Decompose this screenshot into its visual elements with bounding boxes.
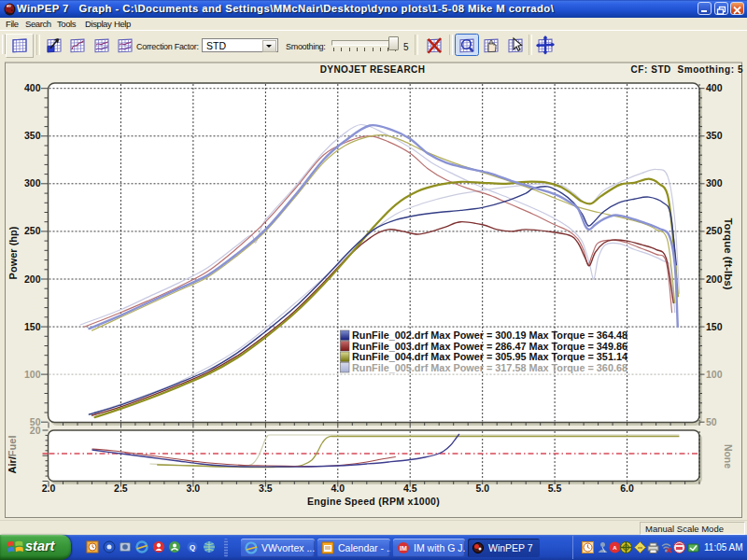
svg-text:150: 150 [706, 321, 723, 332]
svg-text:Q: Q [190, 543, 195, 552]
svg-text:250: 250 [706, 225, 723, 236]
svg-text:3.5: 3.5 [259, 483, 273, 494]
svg-text:5.5: 5.5 [548, 483, 562, 494]
svg-text:4.0: 4.0 [331, 483, 345, 494]
svg-text:150: 150 [24, 321, 41, 332]
svg-text:3.0: 3.0 [187, 483, 201, 494]
svg-text:Power (hp): Power (hp) [7, 226, 19, 279]
svg-text:CF: STD Smoothing: 5: CF: STD Smoothing: 5 [631, 64, 743, 75]
svg-text:IM: IM [400, 545, 407, 552]
svg-text:200: 200 [24, 273, 41, 285]
svg-text:200: 200 [706, 273, 723, 285]
svg-text:DYNOJET RESEARCH: DYNOJET RESEARCH [320, 64, 426, 75]
svg-text:2.0: 2.0 [42, 483, 56, 494]
svg-text:350: 350 [24, 130, 41, 141]
svg-text:RunFile_002.drf Max Power = 30: RunFile_002.drf Max Power = 300.19 Max T… [352, 330, 627, 341]
svg-text:20: 20 [30, 425, 41, 436]
svg-text:A: A [613, 545, 617, 551]
svg-text:100: 100 [706, 369, 723, 380]
svg-text:Air/Fuel: Air/Fuel [7, 436, 18, 474]
svg-text:250: 250 [24, 225, 41, 236]
svg-text:400: 400 [24, 82, 41, 93]
svg-text:300: 300 [706, 177, 723, 189]
svg-text:300: 300 [24, 177, 41, 189]
svg-text:350: 350 [706, 130, 723, 141]
svg-text:4.5: 4.5 [403, 483, 417, 494]
svg-text:2.5: 2.5 [114, 483, 128, 494]
svg-text:RunFile_003.drf Max Power = 28: RunFile_003.drf Max Power = 286.47 Max T… [352, 342, 627, 352]
svg-text:400: 400 [706, 82, 723, 93]
svg-text:None: None [723, 444, 734, 469]
svg-text:Torque (ft-lbs): Torque (ft-lbs) [723, 217, 734, 289]
svg-text:100: 100 [24, 369, 41, 380]
svg-text:RunFile_005.drf Max Power = 31: RunFile_005.drf Max Power = 317.58 Max T… [352, 363, 627, 373]
svg-text:6.0: 6.0 [620, 483, 634, 494]
svg-text:5.0: 5.0 [475, 483, 489, 494]
svg-text:Engine Speed (RPM x1000): Engine Speed (RPM x1000) [307, 496, 440, 507]
svg-text:RunFile_004.drf Max Power = 30: RunFile_004.drf Max Power = 305.95 Max T… [352, 352, 627, 362]
svg-text:50: 50 [706, 416, 717, 427]
